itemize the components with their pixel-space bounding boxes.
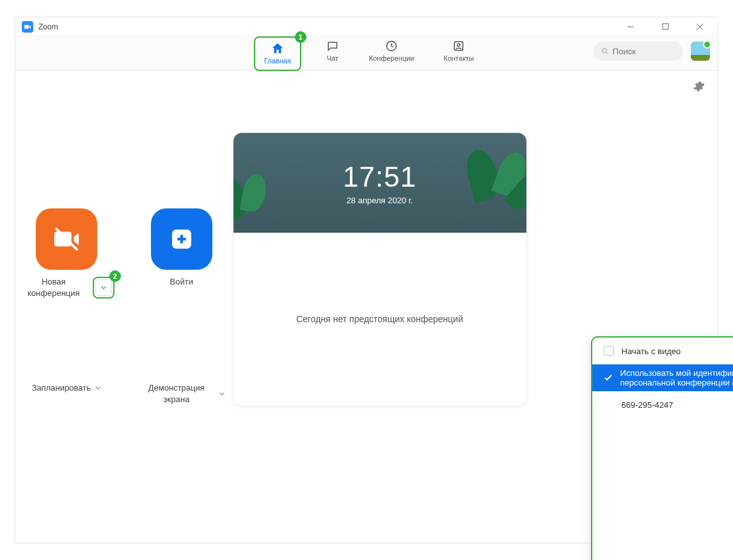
plant-decoration <box>469 139 526 233</box>
dropdown-pmi-number[interactable]: 669-295-4247 <box>592 391 733 418</box>
nav-home[interactable]: Главная <box>259 39 296 67</box>
schedule-label: Запланировать <box>32 382 91 394</box>
window-title: Zoom <box>38 22 58 31</box>
actions-pane: Новая конференция 2 Войти <box>15 71 233 543</box>
top-nav: Главная 1 Чат Конференции Конт <box>15 36 718 71</box>
join-button[interactable] <box>151 208 212 270</box>
start-with-video-label: Начать с видео <box>622 346 681 356</box>
search-input[interactable] <box>613 47 675 56</box>
share-screen-label: Демонстрация экрана <box>138 382 215 405</box>
nav-home-label: Главная <box>264 57 291 65</box>
pmi-number-label: 669-295-4247 <box>622 400 674 410</box>
plant-decoration <box>233 159 285 233</box>
info-pane: 17:51 28 апреля 2020 г. Сегодня нет пред… <box>233 71 527 543</box>
main-content: Новая конференция 2 Войти <box>15 71 718 543</box>
chevron-down-icon <box>219 391 225 397</box>
annotation-badge-1: 1 <box>295 31 306 43</box>
zoom-logo-icon <box>22 21 33 33</box>
check-icon <box>604 373 613 382</box>
search-icon <box>601 47 609 56</box>
nav-meetings[interactable]: Конференции <box>364 36 420 65</box>
user-avatar[interactable] <box>691 42 710 61</box>
join-label: Войти <box>170 276 193 288</box>
new-meeting-dropdown: 3 Начать с видео Использовать мой иденти… <box>591 336 733 560</box>
new-meeting-button[interactable] <box>36 208 97 270</box>
search-box[interactable] <box>594 42 683 61</box>
chevron-down-icon <box>95 385 101 391</box>
new-meeting-dropdown-button[interactable] <box>95 279 112 296</box>
settings-button[interactable] <box>692 80 705 95</box>
chevron-down-icon <box>100 284 107 291</box>
home-icon <box>271 42 285 56</box>
nav-chat[interactable]: Чат <box>320 36 345 65</box>
annotation-highlight-2: 2 <box>93 277 114 299</box>
titlebar: Zoom <box>15 17 718 36</box>
dropdown-start-with-video[interactable]: Начать с видео <box>592 338 733 364</box>
no-meetings-text: Сегодня нет предстоящих конференций <box>296 314 463 324</box>
clock-panel: 17:51 28 апреля 2020 г. <box>233 133 526 233</box>
svg-rect-1 <box>663 24 668 29</box>
svg-line-8 <box>606 52 607 53</box>
minimize-button[interactable] <box>619 18 642 36</box>
svg-point-7 <box>602 49 606 53</box>
meetings-status-panel: Сегодня нет предстоящих конференций <box>233 233 526 405</box>
clock-icon <box>384 39 398 53</box>
nav-contacts[interactable]: Контакты <box>439 36 480 65</box>
nav-meetings-label: Конференции <box>369 54 414 62</box>
app-window: Zoom Главная 1 Чат <box>15 17 718 543</box>
svg-point-6 <box>457 43 460 46</box>
checkbox-unchecked-icon <box>604 346 614 356</box>
annotation-badge-2: 2 <box>109 270 121 282</box>
maximize-button[interactable] <box>654 18 677 36</box>
new-meeting-label: Новая конференция <box>19 276 89 299</box>
video-off-icon <box>52 224 81 254</box>
clock-date: 28 апреля 2020 г. <box>347 196 413 205</box>
use-pmi-label: Использовать мой идентификатор персональ… <box>620 368 733 387</box>
nav-contacts-label: Контакты <box>444 54 475 62</box>
nav-chat-label: Чат <box>327 54 338 62</box>
window-controls <box>619 18 711 36</box>
dropdown-use-pmi[interactable]: Использовать мой идентификатор персональ… <box>592 364 733 391</box>
plus-icon <box>169 226 194 252</box>
close-button[interactable] <box>688 18 711 36</box>
contacts-icon <box>452 39 466 53</box>
annotation-highlight-1: Главная 1 <box>254 36 301 71</box>
clock-time: 17:51 <box>343 161 416 193</box>
chat-icon <box>326 39 340 53</box>
info-card: 17:51 28 апреля 2020 г. Сегодня нет пред… <box>233 132 527 406</box>
